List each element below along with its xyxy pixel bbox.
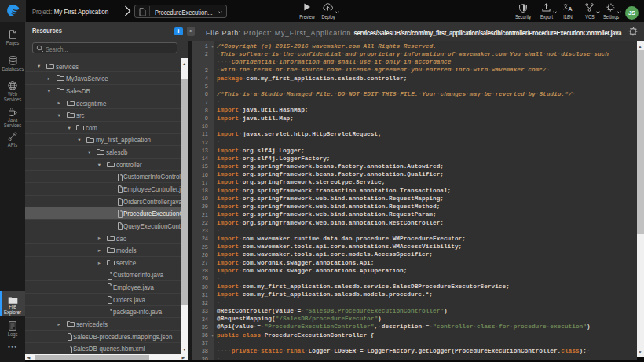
svg-text:A: A bbox=[568, 5, 573, 12]
